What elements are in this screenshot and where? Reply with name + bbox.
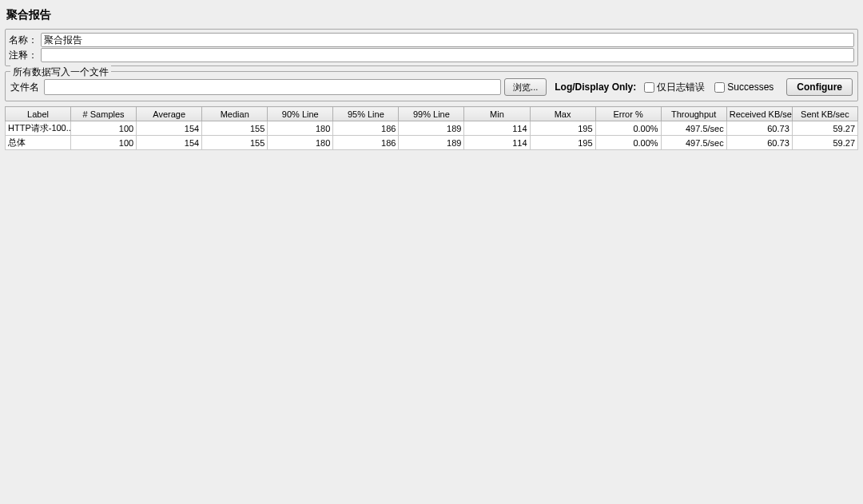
col-average[interactable]: Average xyxy=(137,107,202,121)
errors-only-checkbox-wrap[interactable]: 仅日志错误 xyxy=(644,81,705,94)
col-99line[interactable]: 99% Line xyxy=(399,107,464,121)
cell-p95: 186 xyxy=(333,136,399,150)
cell-min: 114 xyxy=(464,121,530,136)
panel-title: 聚合报告 xyxy=(5,5,858,29)
name-row: 名称： xyxy=(9,33,854,47)
cell-sent: 59.27 xyxy=(792,121,857,136)
cell-p90: 180 xyxy=(268,136,333,150)
col-median[interactable]: Median xyxy=(202,107,268,121)
configure-button[interactable]: Configure xyxy=(786,78,853,96)
errors-only-checkbox[interactable] xyxy=(644,82,654,93)
col-90line[interactable]: 90% Line xyxy=(268,107,333,121)
cell-samples: 100 xyxy=(71,136,137,150)
cell-error: 0.00% xyxy=(595,136,661,150)
file-output-group: 所有数据写入一个文件 文件名 浏览... Log/Display Only: 仅… xyxy=(5,71,858,101)
cell-median: 155 xyxy=(202,136,268,150)
browse-button[interactable]: 浏览... xyxy=(504,78,547,96)
cell-max: 195 xyxy=(530,136,595,150)
comment-row: 注释： xyxy=(9,48,854,62)
cell-average: 154 xyxy=(137,136,202,150)
cell-average: 154 xyxy=(137,121,202,136)
col-max[interactable]: Max xyxy=(530,107,595,121)
cell-throughput: 497.5/sec xyxy=(661,136,726,150)
file-group-legend: 所有数据写入一个文件 xyxy=(10,65,111,79)
filename-input[interactable] xyxy=(44,79,501,95)
col-samples[interactable]: # Samples xyxy=(71,107,137,121)
aggregate-report-panel: 聚合报告 名称： 注释： 所有数据写入一个文件 文件名 浏览... Log/Di… xyxy=(0,0,863,504)
results-table: Label # Samples Average Median 90% Line … xyxy=(5,106,858,150)
successes-checkbox-wrap[interactable]: Successes xyxy=(714,81,774,93)
cell-p99: 189 xyxy=(399,121,464,136)
name-input[interactable] xyxy=(41,33,854,47)
col-min[interactable]: Min xyxy=(464,107,530,121)
cell-label: HTTP请求-100... xyxy=(6,121,71,136)
name-label: 名称： xyxy=(9,34,41,47)
file-row: 文件名 浏览... Log/Display Only: 仅日志错误 Succes… xyxy=(10,78,853,96)
cell-p99: 189 xyxy=(399,136,464,150)
table-header-row: Label # Samples Average Median 90% Line … xyxy=(6,107,858,121)
cell-p95: 186 xyxy=(333,121,399,136)
comment-input[interactable] xyxy=(41,48,854,62)
cell-p90: 180 xyxy=(268,121,333,136)
table-row[interactable]: 总体 100 154 155 180 186 189 114 195 0.00%… xyxy=(6,136,858,150)
cell-samples: 100 xyxy=(71,121,137,136)
col-sent[interactable]: Sent KB/sec xyxy=(792,107,857,121)
col-95line[interactable]: 95% Line xyxy=(333,107,399,121)
comment-label: 注释： xyxy=(9,49,41,62)
log-display-label: Log/Display Only: xyxy=(555,81,636,93)
table-row[interactable]: HTTP请求-100... 100 154 155 180 186 189 11… xyxy=(6,121,858,136)
col-error[interactable]: Error % xyxy=(595,107,661,121)
successes-checkbox[interactable] xyxy=(714,82,725,93)
col-throughput[interactable]: Throughput xyxy=(661,107,726,121)
filename-label: 文件名 xyxy=(10,81,39,94)
cell-median: 155 xyxy=(202,121,268,136)
cell-received: 60.73 xyxy=(726,121,792,136)
cell-error: 0.00% xyxy=(595,121,661,136)
successes-label: Successes xyxy=(727,81,774,93)
cell-sent: 59.27 xyxy=(792,136,857,150)
cell-max: 195 xyxy=(530,121,595,136)
cell-label: 总体 xyxy=(6,136,71,150)
col-label[interactable]: Label xyxy=(6,107,71,121)
cell-received: 60.73 xyxy=(726,136,792,150)
cell-throughput: 497.5/sec xyxy=(661,121,726,136)
errors-only-label: 仅日志错误 xyxy=(657,81,705,94)
results-table-container[interactable]: Label # Samples Average Median 90% Line … xyxy=(5,106,858,499)
col-received[interactable]: Received KB/sec xyxy=(726,107,792,121)
name-comment-group: 名称： 注释： xyxy=(5,29,858,66)
cell-min: 114 xyxy=(464,136,530,150)
